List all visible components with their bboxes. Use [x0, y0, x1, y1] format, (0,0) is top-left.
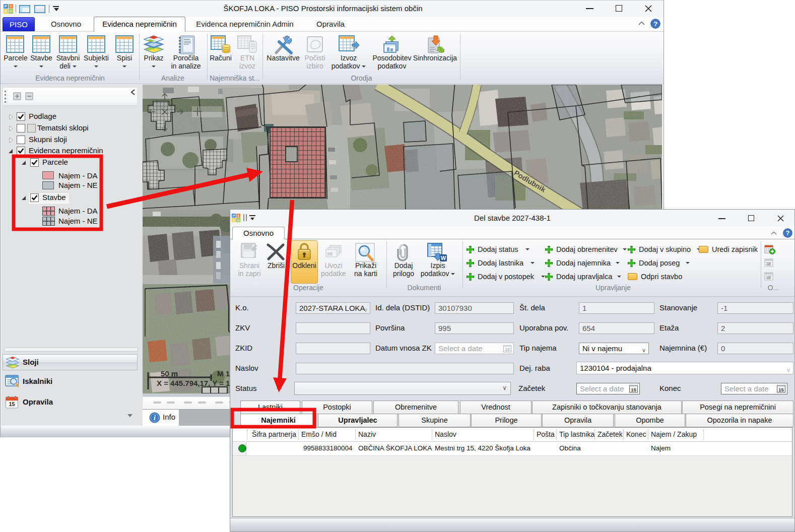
svg-text:15: 15 [778, 387, 784, 392]
svg-text:?: ? [653, 20, 657, 28]
svg-text:15: 15 [505, 347, 510, 352]
svg-text:15: 15 [9, 401, 15, 407]
svg-text:15: 15 [767, 262, 771, 266]
svg-text:i: i [154, 414, 156, 422]
svg-text:15: 15 [767, 276, 771, 280]
svg-text:15: 15 [631, 387, 636, 392]
svg-text:?: ? [786, 229, 790, 237]
